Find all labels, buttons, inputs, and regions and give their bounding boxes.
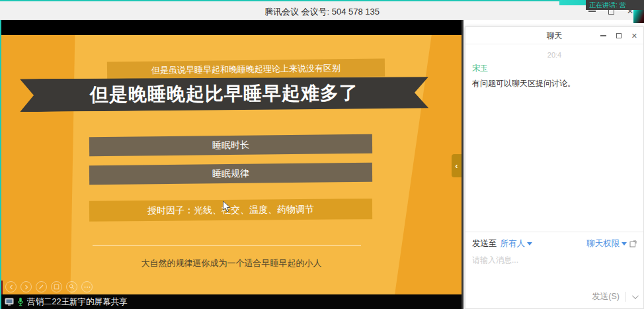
- chat-close-icon[interactable]: ✕: [631, 32, 637, 40]
- chat-titlebar: 聊天 ✕: [465, 27, 643, 44]
- send-button-divider: [625, 292, 626, 302]
- send-to-selector[interactable]: 所有人: [501, 238, 526, 249]
- chat-permission-caret-icon[interactable]: [622, 242, 627, 245]
- chat-timestamp: 20:4: [465, 51, 643, 59]
- slide-bar-sleep-regularity: 睡眠规律: [89, 163, 372, 185]
- chat-window: 聊天 ✕ 20:4 宋玉 有问题可以聊天区提问讨论。 发送至 所有人 聊天权限: [465, 26, 644, 309]
- chat-minimize-icon[interactable]: [600, 35, 606, 36]
- slide-divider: [93, 245, 361, 246]
- chat-permission-selector[interactable]: 聊天权限: [586, 238, 620, 249]
- minimize-icon[interactable]: [588, 11, 596, 12]
- send-to-label: 发送至: [472, 238, 497, 249]
- shared-screen-area: 但是虽说早睡早起和晚睡晚起理论上来说没有区别 但是晚睡晚起比早睡早起难多了 睡眠…: [0, 20, 463, 309]
- collapse-arrow: ‹: [455, 161, 458, 171]
- screen-share-icon: [5, 298, 14, 306]
- send-options-caret-icon[interactable]: [632, 292, 639, 299]
- presentation-slide: 但是虽说早睡早起和晚睡晚起理论上来说没有区别 但是晚睡晚起比早睡早起难多了 睡眠…: [1, 35, 462, 294]
- prev-slide-icon[interactable]: [5, 281, 17, 292]
- slide-left-red-edge: [1, 281, 3, 294]
- chat-message-text: 有问题可以聊天区提问讨论。: [472, 78, 637, 89]
- send-button-group: 发送(S): [592, 291, 637, 302]
- chat-sender-name: 宋玉: [472, 63, 637, 74]
- slide-bar-sleep-duration: 睡眠时长: [89, 134, 372, 156]
- slide-bar-zeitgeber: 授时因子：光线、社交、温度、药物调节: [89, 199, 372, 222]
- chat-window-controls: ✕: [600, 27, 637, 44]
- mouse-cursor: [222, 200, 231, 216]
- pen-icon[interactable]: [36, 281, 47, 292]
- chat-message-list: 20:4 宋玉 有问题可以聊天区提问讨论。: [465, 51, 643, 89]
- chat-maximize-icon[interactable]: [616, 33, 622, 38]
- slide-footer-note: 大自然的规律逼你成为一个适合早睡早起的小人: [89, 257, 374, 269]
- show-all-slides-icon[interactable]: [51, 281, 62, 292]
- speaking-indicator-badge: 正在讲话: 营: [586, 0, 644, 10]
- panel-collapse-handle[interactable]: ‹: [452, 154, 462, 177]
- more-options-icon[interactable]: [81, 281, 93, 292]
- meeting-titlebar: 腾讯会议 会议号: 504 578 135 ✕: [0, 0, 644, 20]
- app-root: 腾讯会议 会议号: 504 578 135 ✕ 正在讲话: 营 但是虽说早睡早起…: [0, 0, 644, 309]
- zoom-magnifier-icon[interactable]: [66, 281, 77, 292]
- popout-window-icon[interactable]: [629, 240, 637, 247]
- meeting-title: 腾讯会议 会议号: 504 578 135: [0, 6, 644, 18]
- microphone-icon: [17, 297, 24, 306]
- share-status-bar: 营销二22王新宇的屏幕共享: [1, 294, 462, 309]
- slide-title-ribbon: 但是晚睡晚起比早睡早起难多了: [20, 76, 428, 112]
- share-status-label: 营销二22王新宇的屏幕共享: [27, 296, 127, 308]
- chat-message: 宋玉 有问题可以聊天区提问讨论。: [465, 59, 643, 89]
- next-slide-icon[interactable]: [20, 281, 32, 292]
- chat-send-options-row: 发送至 所有人 聊天权限: [465, 232, 643, 249]
- slide-subtitle-banner: 但是虽说早睡早起和晚睡晚起理论上来说没有区别: [107, 58, 385, 79]
- slideshow-toolbar: [5, 281, 93, 292]
- chat-footer: 发送至 所有人 聊天权限 发送(S): [465, 232, 643, 308]
- send-to-caret-icon[interactable]: [527, 242, 532, 245]
- send-button[interactable]: 发送(S): [592, 291, 620, 302]
- chat-message-input[interactable]: [465, 249, 643, 271]
